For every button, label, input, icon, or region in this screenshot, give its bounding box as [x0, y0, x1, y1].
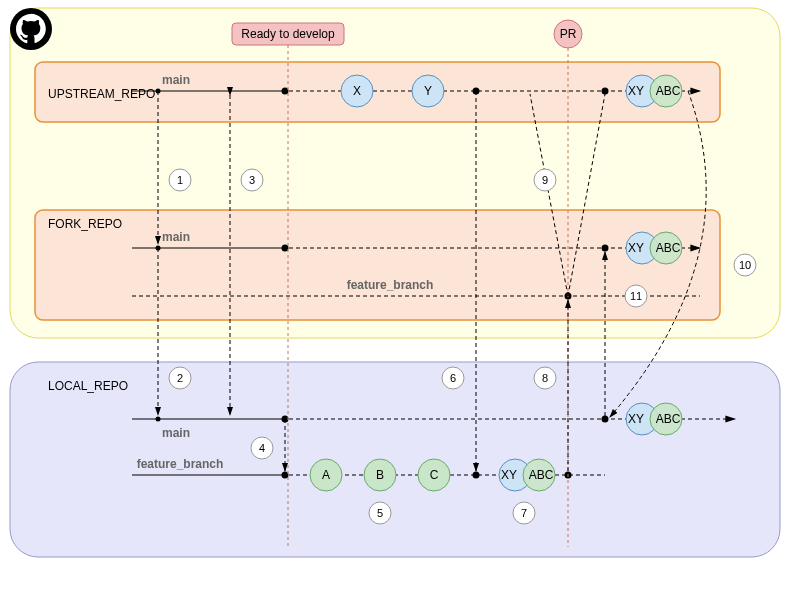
- step-8: 8: [534, 367, 556, 389]
- svg-text:1: 1: [177, 174, 183, 186]
- svg-text:10: 10: [739, 259, 751, 271]
- svg-text:4: 4: [259, 442, 265, 454]
- svg-text:5: 5: [377, 507, 383, 519]
- svg-text:XY: XY: [628, 241, 644, 255]
- svg-text:main: main: [162, 230, 190, 244]
- fork-repo-label: FORK_REPO: [48, 217, 122, 231]
- svg-text:7: 7: [521, 507, 527, 519]
- svg-point-53: [473, 472, 480, 479]
- svg-text:8: 8: [542, 372, 548, 384]
- svg-text:XY: XY: [501, 468, 517, 482]
- step-11: 11: [625, 285, 647, 307]
- step-9: 9: [534, 169, 556, 191]
- svg-text:PR: PR: [560, 27, 577, 41]
- step-4: 4: [251, 437, 273, 459]
- step-10: 10: [734, 254, 756, 276]
- svg-text:C: C: [430, 468, 439, 482]
- step-5: 5: [369, 502, 391, 524]
- svg-text:ABC: ABC: [656, 241, 681, 255]
- svg-text:main: main: [162, 426, 190, 440]
- svg-text:B: B: [376, 468, 384, 482]
- svg-text:ABC: ABC: [656, 412, 681, 426]
- github-icon: [10, 8, 52, 50]
- upstream-repo-label: UPSTREAM_REPO: [48, 87, 155, 101]
- svg-text:Ready to develop: Ready to develop: [241, 27, 335, 41]
- svg-text:XY: XY: [628, 412, 644, 426]
- svg-point-9: [282, 88, 289, 95]
- svg-point-15: [602, 88, 609, 95]
- svg-text:A: A: [322, 468, 330, 482]
- svg-text:6: 6: [450, 372, 456, 384]
- svg-point-46: [282, 472, 289, 479]
- svg-text:Y: Y: [424, 84, 432, 98]
- svg-point-38: [602, 416, 609, 423]
- pr-badge: PR: [554, 20, 582, 48]
- svg-text:9: 9: [542, 174, 548, 186]
- svg-text:11: 11: [630, 290, 642, 302]
- svg-text:feature_branch: feature_branch: [347, 278, 434, 292]
- ready-badge: Ready to develop: [232, 23, 344, 45]
- step-6: 6: [442, 367, 464, 389]
- svg-text:2: 2: [177, 372, 183, 384]
- step-3: 3: [241, 169, 263, 191]
- svg-text:ABC: ABC: [529, 468, 554, 482]
- svg-point-24: [282, 245, 289, 252]
- svg-text:XY: XY: [628, 84, 644, 98]
- svg-text:3: 3: [249, 174, 255, 186]
- svg-text:ABC: ABC: [656, 84, 681, 98]
- svg-text:main: main: [162, 73, 190, 87]
- svg-point-25: [602, 245, 609, 252]
- svg-text:feature_branch: feature_branch: [137, 457, 224, 471]
- step-2: 2: [169, 367, 191, 389]
- fork-repo-box: [35, 210, 720, 320]
- svg-text:X: X: [353, 84, 361, 98]
- svg-point-36: [156, 417, 161, 422]
- step-7: 7: [513, 502, 535, 524]
- step-1: 1: [169, 169, 191, 191]
- local-repo-label: LOCAL_REPO: [48, 379, 128, 393]
